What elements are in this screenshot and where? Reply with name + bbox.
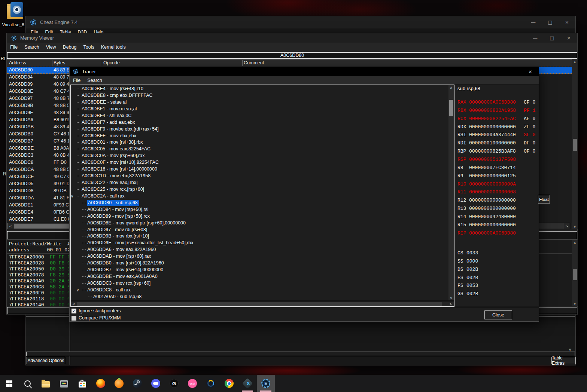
trace-tree-item[interactable]: A0C6DDBE - mov eax,A001A0A0 bbox=[71, 273, 448, 280]
scroll-thumb[interactable] bbox=[77, 302, 442, 306]
taskbar-logitech-g-button[interactable] bbox=[165, 375, 183, 392]
trace-tree-item[interactable]: A0C6DC16 - mov [rsi+14],00000000 bbox=[71, 166, 448, 172]
hex-row[interactable]: 7FF6CEA200A0 20 2A 5 bbox=[9, 278, 70, 284]
column-header-opcode[interactable]: Opcode bbox=[103, 60, 120, 65]
column-divider[interactable] bbox=[52, 60, 52, 66]
trace-tree-item[interactable]: A0C6DDAB - mov [rsp+60],rax bbox=[71, 253, 448, 260]
close-icon[interactable]: × bbox=[560, 33, 577, 43]
trace-tree-item[interactable]: A0C6DBEE - setae al bbox=[71, 99, 448, 105]
taskbar-cheat-engine-button[interactable] bbox=[257, 375, 275, 392]
taskbar-file-explorer-button[interactable] bbox=[37, 375, 55, 392]
trace-tree-item[interactable]: A0C6DD9B - mov rbx,[rsi+10] bbox=[71, 233, 448, 239]
hex-row[interactable]: 7FF6CEA20000 FF FF F bbox=[9, 254, 70, 260]
column-header-address[interactable]: Address bbox=[9, 60, 26, 65]
trace-tree-item[interactable]: A0C6DC25 - mov rcx,[rsp+60] bbox=[71, 186, 448, 193]
trace-tree-item[interactable]: A0C6DD89 - mov [rsp+58],rcx bbox=[71, 213, 448, 220]
compare-fpu-xmm-checkbox[interactable]: Compare FPU/XMM bbox=[72, 315, 121, 321]
hex-vscrollbar[interactable]: ∧ ∨ bbox=[572, 240, 578, 306]
trace-tree-item[interactable]: A0C6DBF7 - add eax,ebx bbox=[71, 119, 448, 126]
trace-tree-item[interactable]: A0C6DDB7 - mov [rsi+14],00000000 bbox=[71, 266, 448, 273]
menu-file[interactable]: File bbox=[7, 44, 21, 50]
column-divider[interactable] bbox=[102, 60, 102, 66]
trace-tree-item[interactable]: A0C6DDA6 - mov eax,822A1960 bbox=[71, 246, 448, 253]
float-button[interactable]: Float bbox=[538, 195, 550, 203]
maximize-icon[interactable]: □ bbox=[544, 33, 560, 43]
hex-row[interactable]: 7FF6CEA200C8 58 2A 5 bbox=[9, 284, 70, 290]
trace-tree-item[interactable]: A0C6DC05 - mov eax,82254FAC bbox=[71, 146, 448, 152]
scroll-down-icon[interactable]: ∨ bbox=[448, 295, 454, 300]
trace-tree-item[interactable]: A0C6DC0A - mov [rsp+60],rax bbox=[71, 152, 448, 159]
column-divider[interactable] bbox=[242, 60, 243, 66]
trace-tree-item[interactable]: A0C6DBE4 - mov [rsi+48],r10 bbox=[71, 85, 448, 92]
trace-tree-item[interactable]: A001A0A0 - sub rsp,68 bbox=[71, 293, 448, 300]
trace-tree-item[interactable]: A0C6DC0F - mov [rsi+10],82254FAC bbox=[71, 159, 448, 166]
menu-tools[interactable]: Tools bbox=[80, 44, 97, 50]
trace-tree-item[interactable]: A0C6DC22 - mov eax,[rbx] bbox=[71, 179, 448, 186]
trace-tree-item[interactable]: A0C6DD97 - mov rdi,[rsi+08] bbox=[71, 226, 448, 233]
hex-row[interactable]: 7FF6CEA20118 00 00 0 bbox=[9, 296, 70, 302]
taskbar-osu-button[interactable] bbox=[183, 375, 201, 392]
chevron-down-icon[interactable]: ∨ bbox=[76, 287, 79, 294]
trace-tree-item[interactable]: A0C6DBF4 - shl eax,0C bbox=[71, 112, 448, 119]
tracer-menu-file[interactable]: File bbox=[70, 77, 84, 84]
trace-tree-item[interactable]: A0C6DDB0 - mov [rsi+10],822A1960 bbox=[71, 260, 448, 266]
tracer-menu-search[interactable]: Search bbox=[84, 77, 106, 84]
trace-tree-item[interactable]: A0C6DC01 - mov [rsi+38],rbx bbox=[71, 139, 448, 146]
minimize-icon[interactable]: — bbox=[525, 16, 542, 28]
scroll-thumb[interactable] bbox=[449, 100, 453, 116]
hex-row[interactable]: 7FF6CEA20078 F8 29 5 bbox=[9, 272, 70, 278]
table-extras-button[interactable]: Table Extras bbox=[551, 357, 576, 364]
ignore-stackpointers-checkbox[interactable]: ✓ Ignore stackpointers bbox=[72, 308, 121, 313]
taskbar-medal-button[interactable] bbox=[202, 375, 220, 392]
maximize-icon[interactable]: □ bbox=[542, 16, 559, 28]
taskbar-microsoft-store-button[interactable] bbox=[73, 375, 91, 392]
tracer-vscrollbar[interactable]: ∧ ∨ bbox=[448, 85, 454, 300]
disasm-vscrollbar[interactable]: ∧ ∨ bbox=[572, 59, 578, 229]
taskbar-search-button[interactable] bbox=[18, 375, 36, 392]
trace-tree-item[interactable]: A0C6DD84 - mov [rsp+50],rsi bbox=[71, 206, 448, 213]
menu-view[interactable]: View bbox=[43, 44, 60, 50]
taskbar-fl-studio-button[interactable] bbox=[110, 375, 128, 392]
trace-tree-item[interactable]: ∨A0C6DDC8 - call rax bbox=[71, 287, 448, 293]
scroll-up-icon[interactable]: ∧ bbox=[572, 59, 578, 65]
scroll-up-icon[interactable]: ∧ bbox=[572, 240, 578, 245]
scroll-right-icon[interactable]: > bbox=[564, 223, 570, 229]
menu-search[interactable]: Search bbox=[21, 44, 43, 50]
tracer-hscrollbar[interactable]: < > bbox=[71, 301, 454, 306]
taskbar-chrome-button[interactable] bbox=[220, 375, 238, 392]
scroll-right-icon[interactable]: > bbox=[448, 301, 454, 306]
taskbar-xenia-button[interactable] bbox=[238, 375, 256, 392]
scroll-up-icon[interactable]: ∧ bbox=[448, 85, 454, 90]
hex-row[interactable]: 7FF6CEA20050 D0 39 3 bbox=[9, 266, 70, 272]
close-icon[interactable]: × bbox=[559, 16, 575, 28]
desktop-shortcut-vocalise[interactable]: Vocali.se_8... bbox=[1, 1, 29, 28]
taskbar-firefox-button[interactable] bbox=[92, 375, 110, 392]
scroll-down-icon[interactable]: ∨ bbox=[572, 224, 578, 229]
advanced-options-button[interactable]: Advanced Options bbox=[27, 357, 65, 364]
taskbar-steam-button[interactable] bbox=[128, 375, 146, 392]
trace-tree-item[interactable]: A0C6DC1D - mov ebx,822A1958 bbox=[71, 172, 448, 179]
checkbox-icon[interactable]: ✓ bbox=[72, 309, 76, 313]
trace-tree-item[interactable]: A0C6DBFF - mov ebx,ebx bbox=[71, 132, 448, 139]
taskbar-discord-button[interactable] bbox=[147, 375, 165, 392]
trace-tree-item[interactable]: A0C6DBF1 - movzx eax,al bbox=[71, 105, 448, 112]
scroll-thumb[interactable] bbox=[573, 269, 577, 280]
scroll-left-icon[interactable]: < bbox=[71, 301, 76, 306]
hex-row[interactable]: 7FF6CEA200F0 00 00 0 bbox=[9, 290, 70, 296]
column-header-bytes[interactable]: Bytes bbox=[54, 60, 65, 65]
scroll-down-icon[interactable]: ∨ bbox=[569, 347, 571, 352]
chevron-down-icon[interactable]: ∨ bbox=[71, 193, 73, 200]
menu-kernel-tools[interactable]: Kernel tools bbox=[98, 44, 129, 50]
trace-tree-item[interactable]: A0C6DD9F - mov [rsi+xenia.dtor_list_head… bbox=[71, 239, 448, 246]
scroll-left-icon[interactable]: < bbox=[7, 223, 13, 229]
checkbox-icon[interactable] bbox=[72, 316, 76, 321]
taskbar-start-button[interactable] bbox=[0, 375, 18, 392]
trace-tree-item[interactable]: A0C6DD80 - sub rsp,68 bbox=[71, 199, 448, 206]
menu-debug[interactable]: Debug bbox=[60, 44, 80, 50]
trace-tree-item[interactable]: A0C6DBF9 - movbe ebx,[rdi+rax+54] bbox=[71, 126, 448, 132]
tracer-close-button[interactable]: Close bbox=[484, 310, 512, 319]
trace-tree-item[interactable]: ∨A0C6DC2A - call rax bbox=[71, 193, 448, 199]
scroll-thumb[interactable] bbox=[573, 139, 577, 151]
scroll-down-icon[interactable]: ∨ bbox=[572, 301, 578, 306]
minimize-icon[interactable]: — bbox=[527, 33, 544, 43]
